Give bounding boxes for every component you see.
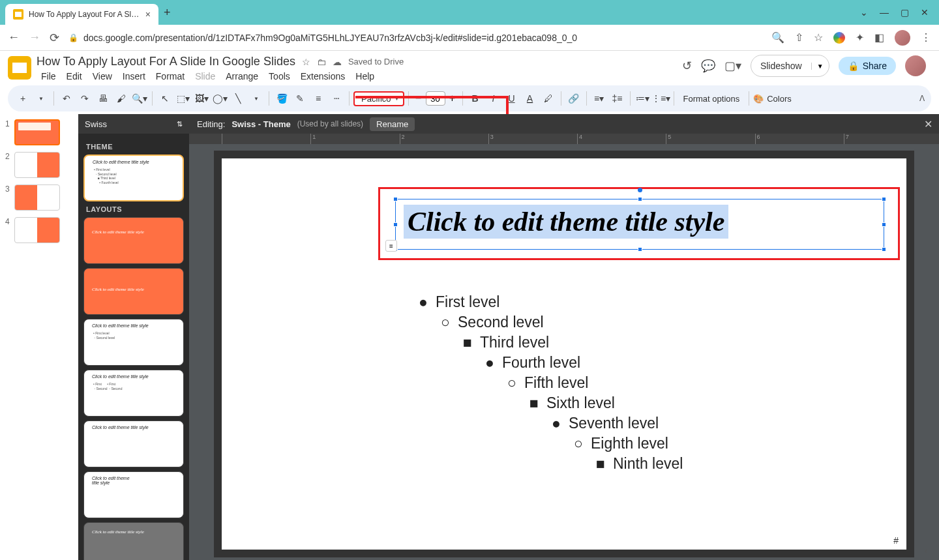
border-weight-button[interactable]: ≡: [310, 90, 327, 107]
slide-filmstrip[interactable]: 1 2 3 4: [0, 114, 78, 560]
title-placeholder-box[interactable]: ≡ Click to edit theme title style: [395, 199, 884, 250]
font-size-increase[interactable]: +: [447, 93, 458, 104]
close-tab-icon[interactable]: ×: [145, 9, 151, 20]
rotate-handle[interactable]: [638, 188, 642, 192]
address-bar[interactable]: 🔒 docs.google.com/presentation/d/1zIDTAF…: [68, 33, 762, 43]
layout-thumbnail[interactable]: Click to edit theme title style• First •…: [83, 370, 184, 417]
explore-button[interactable]: ‹: [925, 546, 938, 559]
extension-icon[interactable]: [833, 32, 845, 44]
menu-format[interactable]: Format: [151, 70, 189, 83]
insert-link-button[interactable]: 🔗: [565, 90, 582, 107]
menu-file[interactable]: File: [37, 70, 61, 83]
account-avatar[interactable]: [905, 55, 926, 76]
fill-color-button[interactable]: 🪣: [273, 90, 290, 107]
canvas-scroll[interactable]: ≡ Click to edit theme title style ●First…: [189, 144, 939, 560]
select-tool[interactable]: ↖: [156, 90, 173, 107]
slide-thumbnail[interactable]: [14, 152, 60, 178]
resize-handle[interactable]: [882, 197, 886, 201]
new-slide-button[interactable]: +: [14, 90, 31, 107]
resize-handle[interactable]: [882, 222, 886, 227]
slideshow-dropdown[interactable]: ▼: [811, 63, 829, 70]
resize-handle[interactable]: [882, 247, 886, 252]
close-window-button[interactable]: ✕: [921, 7, 929, 18]
menu-help[interactable]: Help: [351, 70, 379, 83]
new-tab-button[interactable]: +: [164, 6, 171, 20]
numbered-list-button[interactable]: ≔▾: [634, 90, 651, 107]
menu-arrange[interactable]: Arrange: [221, 70, 263, 83]
shape-tool[interactable]: ◯▾: [211, 90, 228, 107]
slides-logo-icon[interactable]: [8, 56, 31, 80]
move-icon[interactable]: 🗀: [317, 57, 326, 67]
menu-extensions[interactable]: Extensions: [296, 70, 350, 83]
comments-icon[interactable]: 💬: [701, 59, 715, 73]
star-icon[interactable]: ☆: [302, 57, 310, 67]
italic-button[interactable]: I: [485, 90, 502, 107]
bookmark-icon[interactable]: ☆: [814, 31, 823, 44]
slide-thumbnail[interactable]: [14, 184, 60, 211]
theme-layouts-pane[interactable]: THEME Click to edit theme title style • …: [78, 134, 189, 560]
slideshow-button[interactable]: Slideshow: [751, 61, 811, 71]
share-page-icon[interactable]: ⇧: [795, 31, 803, 44]
border-dash-button[interactable]: ┄: [328, 90, 345, 107]
image-tool[interactable]: 🖼▾: [193, 90, 210, 107]
slide-thumbnail[interactable]: [14, 119, 60, 145]
line-tool[interactable]: ╲: [230, 90, 246, 107]
undo-button[interactable]: ↶: [58, 90, 75, 107]
reload-button[interactable]: ⟳: [50, 31, 59, 45]
textbox-tool[interactable]: ⬚▾: [175, 90, 192, 107]
layout-thumbnail[interactable]: Click to edit theme title style: [83, 217, 184, 264]
font-size-decrease[interactable]: −: [413, 93, 425, 104]
resize-handle[interactable]: [393, 222, 398, 227]
present-camera-icon[interactable]: ▢▾: [724, 59, 741, 73]
theme-master-thumbnail[interactable]: Click to edit theme title style • First …: [83, 155, 184, 201]
profile-avatar[interactable]: [895, 30, 910, 46]
text-color-button[interactable]: A: [522, 90, 539, 107]
zoom-icon[interactable]: 🔍: [771, 31, 784, 44]
theme-colors-button[interactable]: 🎨 Colors: [753, 94, 792, 104]
line-dropdown[interactable]: ▼: [248, 90, 265, 107]
minimize-button[interactable]: —: [880, 7, 889, 18]
collapse-toolbar-button[interactable]: ᐱ: [919, 94, 925, 103]
format-options-button[interactable]: Format options: [678, 93, 745, 105]
redo-button[interactable]: ↷: [76, 90, 93, 107]
layout-thumbnail[interactable]: Click to edit theme title style: [83, 268, 184, 315]
layout-thumbnail[interactable]: Click to edit theme title style: [83, 420, 184, 467]
menu-view[interactable]: View: [88, 70, 117, 83]
extensions-icon[interactable]: ✦: [856, 31, 864, 44]
align-button[interactable]: ≡▾: [591, 90, 608, 107]
slide-canvas[interactable]: ≡ Click to edit theme title style ●First…: [222, 158, 906, 550]
history-icon[interactable]: ↺: [682, 59, 692, 73]
rename-button[interactable]: Rename: [370, 117, 415, 131]
bold-button[interactable]: B: [467, 90, 484, 107]
layout-thumbnail[interactable]: Click to edit themetitle style: [83, 471, 184, 518]
close-theme-editor-icon[interactable]: ✕: [924, 118, 932, 130]
border-color-button[interactable]: ✎: [291, 90, 308, 107]
forward-button[interactable]: →: [29, 31, 40, 44]
line-spacing-button[interactable]: ‡≡: [609, 90, 626, 107]
resize-handle[interactable]: [393, 197, 398, 201]
autofit-icon[interactable]: ≡: [385, 240, 397, 252]
browser-tab[interactable]: How To Apply Layout For A Slide ×: [5, 4, 158, 25]
chevron-down-icon[interactable]: ⌄: [860, 7, 868, 18]
menu-insert[interactable]: Insert: [118, 70, 150, 83]
slide-thumbnail[interactable]: [14, 217, 60, 243]
share-button[interactable]: 🔒 Share: [839, 57, 896, 75]
swap-icon[interactable]: ⇅: [177, 120, 183, 128]
back-button[interactable]: ←: [8, 31, 20, 44]
highlight-button[interactable]: 🖊: [540, 90, 557, 107]
paint-format-button[interactable]: 🖌: [113, 90, 130, 107]
menu-icon[interactable]: ⋮: [921, 31, 931, 44]
title-placeholder-text[interactable]: Click to edit theme title style: [404, 205, 728, 239]
sidepanel-icon[interactable]: ◧: [874, 31, 884, 44]
body-placeholder-box[interactable]: ●First level ○Second level ■Third level …: [417, 292, 874, 474]
font-family-select[interactable]: Pacifico: [353, 91, 404, 106]
font-size-input[interactable]: [426, 91, 445, 106]
zoom-button[interactable]: 🔍▾: [131, 90, 148, 107]
resize-handle[interactable]: [638, 197, 642, 201]
bulleted-list-button[interactable]: ⋮≡▾: [653, 90, 670, 107]
menu-edit[interactable]: Edit: [62, 70, 87, 83]
print-button[interactable]: 🖶: [95, 90, 112, 107]
resize-handle[interactable]: [638, 247, 642, 252]
document-title[interactable]: How To Apply Layout For A Slide In Googl…: [37, 55, 295, 68]
menu-tools[interactable]: Tools: [264, 70, 295, 83]
